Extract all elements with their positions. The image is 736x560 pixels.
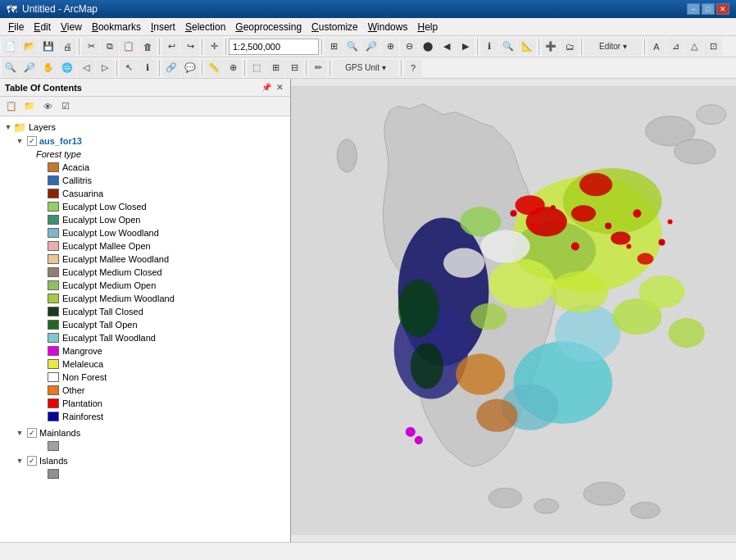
add-data-button[interactable]: ➕ [542,38,560,56]
pan-move-button[interactable]: ✛ [205,38,223,56]
svg-point-16 [488,259,554,308]
menu-view[interactable]: View [56,20,87,34]
zoom-in-tool[interactable]: 🔍 [2,59,20,77]
ausfor13-checkbox[interactable] [27,136,37,146]
minimize-button[interactable]: − [687,3,700,15]
menu-file[interactable]: File [3,20,29,34]
help-btn[interactable]: ? [404,59,422,77]
toc-header: Table Of Contents 📌 ✕ [0,79,290,97]
forward-button2[interactable]: ▷ [96,59,114,77]
legend-swatch-11 [48,307,59,316]
fixed-zoom-in-button[interactable]: ⊕ [381,38,399,56]
toolbar-standard: 📄 📂 💾 🖨 ✂ ⧉ 📋 🗑 ↩ ↪ ✛ ⊞ 🔍 🔎 ⊕ ⊖ ⬤ ◀ ▶ ℹ … [0,36,736,57]
app-icon: 🗺 [7,3,17,16]
arc-catalog-button[interactable]: 🗂 [561,38,579,56]
tb-btn-b[interactable]: ⊿ [666,38,684,56]
new-button[interactable]: 📄 [2,38,20,56]
layers-expand[interactable]: ▼ [3,122,13,132]
menu-geoprocessing[interactable]: Geoprocessing [230,20,307,34]
redo-button[interactable]: ↪ [181,38,199,56]
magnifier-button[interactable]: ⬚ [248,59,266,77]
toc-list-by-selection[interactable]: ☑ [57,98,74,115]
pan-tool[interactable]: ✋ [39,59,57,77]
toc-pin-button[interactable]: 📌 [261,82,272,93]
fixed-zoom-out-button[interactable]: ⊖ [400,38,418,56]
pan-button[interactable]: ⬤ [419,38,437,56]
measure-tool[interactable]: 📏 [205,59,223,77]
menu-edit[interactable]: Edit [29,20,56,34]
ausfor13-layer-row[interactable]: ▼ aus_for13 [11,134,290,148]
globe-button[interactable]: 🌐 [58,59,76,77]
delete-button[interactable]: 🗑 [139,38,157,56]
zoom-out-button[interactable]: 🔎 [362,38,380,56]
editor-dropdown[interactable]: Editor ▾ [584,38,642,56]
islands-layer-row[interactable]: ▼ Islands [11,454,290,467]
toc-list-by-source[interactable]: 📁 [21,98,38,115]
zoom-full-button[interactable]: ⊞ [325,38,343,56]
print-button[interactable]: 🖨 [58,38,76,56]
identify-tool[interactable]: ℹ [139,59,157,77]
scale-input[interactable] [229,39,319,55]
measure-btn2[interactable]: ⊕ [224,59,242,77]
legend-label-13: Eucalypt Tall Woodland [62,333,156,343]
islands-expand[interactable]: ▼ [15,456,25,466]
toc-list-by-visibility[interactable]: 👁 [39,98,56,115]
menu-insert[interactable]: Insert [146,20,180,34]
overview-button[interactable]: ⊞ [266,59,284,77]
sep16 [401,60,402,76]
measure-button[interactable]: 📐 [518,38,536,56]
legend-item-7: Eucalypt Mallee Woodland [11,253,290,266]
save-button[interactable]: 💾 [39,38,57,56]
layers-group-row[interactable]: ▼ 📁 Layers [0,120,290,134]
mainlands-layer-row[interactable]: ▼ Mainlands [11,426,290,439]
paste-button[interactable]: 📋 [120,38,138,56]
menu-selection[interactable]: Selection [180,20,230,34]
identify-button[interactable]: ℹ [480,38,498,56]
mainlands-checkbox[interactable] [27,428,37,438]
draw-btn[interactable]: ✏ [309,59,327,77]
zoom-out-tool[interactable]: 🔎 [20,59,39,77]
tb-btn-c[interactable]: △ [685,38,703,56]
forward-extent-button[interactable]: ▶ [457,38,475,56]
svg-point-33 [510,210,516,216]
zoom-in-button[interactable]: 🔍 [343,38,361,56]
ausfor13-expand[interactable]: ▼ [15,136,25,146]
toc-title: Table Of Contents [5,83,82,93]
legend-label-16: Non Forest [62,372,107,382]
svg-point-31 [605,222,611,229]
select-tool[interactable]: ↖ [120,59,138,77]
copy-button[interactable]: ⧉ [101,38,119,56]
toc-list-by-drawing-order[interactable]: 📋 [3,98,20,115]
cut-button[interactable]: ✂ [82,38,100,56]
gps-dropdown[interactable]: GPS Unit ▾ [333,59,398,77]
map-area[interactable] [291,79,736,542]
sep4 [225,39,226,55]
legend-label-4: Eucalypt Low Open [62,215,140,225]
back-extent-button[interactable]: ◀ [438,38,456,56]
menu-bookmarks[interactable]: Bookmarks [87,20,146,34]
legend-swatch-19 [48,412,59,421]
find-button[interactable]: 🔍 [499,38,517,56]
islands-checkbox[interactable] [27,456,37,466]
menu-help[interactable]: Help [412,20,443,34]
menu-windows[interactable]: Windows [363,20,413,34]
html-popup-button[interactable]: 💬 [181,59,199,77]
tb-btn-a[interactable]: A [647,38,666,56]
undo-button[interactable]: ↩ [162,38,180,56]
tb-btn-d[interactable]: ⊡ [704,38,722,56]
toolbar-tools: 🔍 🔎 ✋ 🌐 ◁ ▷ ↖ ℹ 🔗 💬 📏 ⊕ ⬚ ⊞ ⊟ ✏ GPS Unit… [0,57,736,79]
close-button[interactable]: ✕ [716,3,729,15]
toc-close-button[interactable]: ✕ [274,82,285,93]
svg-point-44 [406,427,416,437]
mainlands-expand[interactable]: ▼ [15,428,25,438]
hyperlink-button[interactable]: 🔗 [162,59,180,77]
legend-item-18: Plantation [11,397,290,410]
menu-customize[interactable]: Customize [307,20,363,34]
maximize-button[interactable]: □ [702,3,715,15]
legend-swatch-13 [48,333,59,343]
viewer-button[interactable]: ⊟ [285,59,303,77]
back-button2[interactable]: ◁ [77,59,95,77]
sep5 [321,39,322,55]
title-text: Untitled - ArcMap [22,3,98,15]
open-button[interactable]: 📂 [20,38,39,56]
